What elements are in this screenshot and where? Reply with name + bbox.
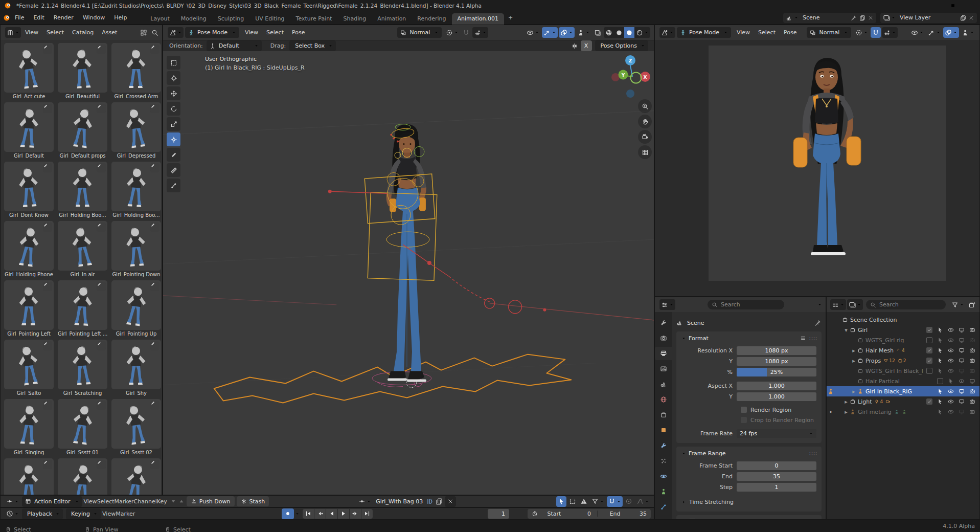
timeline-editor-type-button[interactable] (5, 508, 20, 519)
tab-physics[interactable] (655, 470, 672, 483)
auto-keying-options-icon[interactable] (295, 512, 300, 516)
asset-card[interactable]: Girl_Shy (111, 340, 161, 396)
edit-pose-badge[interactable] (43, 223, 52, 232)
asset-thumbnail[interactable] (4, 458, 54, 495)
new-view-layer-icon[interactable] (960, 15, 966, 21)
minimize-button[interactable] (930, 1, 945, 10)
asset-thumbnail[interactable] (111, 280, 161, 330)
dope-editor-type-button[interactable] (5, 496, 20, 507)
preview-pivot-button[interactable] (854, 27, 870, 38)
asset-menu-view[interactable]: View (21, 28, 42, 37)
toggle-eye[interactable] (945, 398, 956, 405)
topbar-menu-help[interactable]: Help (109, 13, 131, 23)
only-errors-button[interactable] (579, 496, 589, 507)
asset-menu-asset[interactable]: Asset (98, 28, 121, 37)
asset-card[interactable]: Girl_Pointing Left ... (58, 280, 107, 337)
previous-keyframe-button[interactable] (314, 509, 326, 519)
toggle-screen[interactable] (956, 337, 967, 343)
tab-output[interactable] (655, 347, 672, 360)
topbar-menu-edit[interactable]: Edit (29, 13, 49, 23)
toggle-screen[interactable] (956, 347, 967, 353)
toggle-eye[interactable] (945, 409, 956, 415)
asset-card[interactable]: Girl_Pointing Down (111, 221, 161, 277)
view-layer-selector[interactable]: View Layer (880, 13, 977, 23)
asset-card-partial[interactable] (58, 458, 107, 495)
edit-pose-badge[interactable] (97, 104, 106, 113)
tab-particles[interactable] (655, 454, 672, 468)
visibility-button[interactable] (525, 27, 541, 38)
tool-measure-button[interactable] (167, 163, 180, 177)
viewport-editor-type-button[interactable] (168, 27, 184, 38)
field-value[interactable]: 35 (737, 472, 816, 481)
preview-menu-view[interactable]: View (733, 28, 754, 37)
edit-pose-badge[interactable] (150, 223, 159, 232)
toggle-screen[interactable] (956, 358, 967, 364)
collapse-icon[interactable] (681, 336, 686, 341)
asset-thumbnail[interactable] (58, 43, 107, 93)
pose-options-dropdown[interactable]: Pose Options (595, 40, 648, 51)
toggle-pointer[interactable] (935, 388, 945, 394)
outliner-display-mode-button[interactable] (847, 299, 863, 310)
pin-icon[interactable] (814, 319, 822, 326)
asset-card[interactable]: Girl_Depressed (111, 102, 161, 159)
outliner-row[interactable]: Hair Partical (827, 376, 979, 386)
asset-card-partial[interactable] (4, 458, 54, 495)
outliner-item-label[interactable]: Props (865, 358, 881, 364)
dope-menu-view[interactable]: View (84, 498, 97, 505)
viewport-menu-select[interactable]: Select (262, 28, 288, 37)
preview-snap-toggle[interactable] (871, 27, 881, 38)
toggle-pointer[interactable] (945, 378, 956, 384)
toggle-eye[interactable] (945, 327, 956, 333)
tool-cursor-button[interactable] (167, 71, 180, 85)
asset-card[interactable]: Girl_Pointing Up (111, 280, 161, 337)
shading-material-preview-button[interactable] (624, 27, 634, 38)
dope-menu-marker[interactable]: Marker (115, 498, 134, 505)
stereoscopy-checkbox[interactable] (689, 519, 695, 519)
toggle-eye[interactable] (945, 347, 956, 353)
search-icon[interactable] (151, 29, 158, 36)
tab-object-data[interactable] (655, 485, 672, 498)
panel-drag-icon[interactable]: :::: (809, 451, 817, 456)
tab-collection[interactable] (655, 408, 672, 422)
asset-card[interactable]: Girl_Singing (4, 399, 54, 455)
outliner-row[interactable]: •▸Girl metarig (827, 407, 979, 417)
field-value[interactable]: 25% (737, 368, 816, 376)
preview-menu-pose[interactable]: Pose (780, 28, 801, 37)
unlink-action-button[interactable] (445, 496, 456, 507)
collection-checkbox[interactable] (924, 337, 935, 343)
asset-card-partial[interactable] (111, 458, 161, 495)
snap-settings-button[interactable] (472, 27, 488, 38)
presets-icon[interactable] (800, 335, 806, 341)
asset-thumbnail[interactable] (58, 102, 107, 152)
checkbox-row[interactable]: Crop to Render Region (741, 415, 822, 425)
stash-button[interactable]: Stash (237, 496, 269, 506)
viewport-ortho-toggle-button[interactable] (638, 145, 652, 159)
viewport-camera-view-button[interactable] (638, 130, 652, 144)
asset-thumbnail[interactable] (58, 340, 107, 389)
collapse-icon[interactable] (681, 451, 686, 456)
toggle-camera-x[interactable] (967, 337, 977, 343)
preview-editor-type-button[interactable] (659, 27, 675, 38)
visibility-button[interactable] (909, 27, 925, 38)
outliner-item-label[interactable]: WGTS_Girl rig (865, 337, 904, 344)
edit-pose-badge[interactable] (97, 223, 106, 232)
outliner-row[interactable]: WGTS_Girl rig (827, 335, 979, 345)
asset-menu-select[interactable]: Select (42, 28, 68, 37)
field-value[interactable]: 0 (737, 461, 816, 470)
edit-pose-badge[interactable] (97, 163, 106, 172)
outliner-row[interactable]: ▸Props122 (827, 356, 979, 366)
edit-pose-badge[interactable] (43, 45, 52, 54)
viewport-3d-preview[interactable]: Pose Mode ViewSelectPose Normal (654, 25, 980, 297)
tab-tool[interactable] (655, 316, 672, 329)
expander[interactable]: ▸ (842, 409, 850, 415)
action-browse-button[interactable] (357, 496, 373, 507)
asset-editor-type-button[interactable] (5, 27, 21, 38)
topbar-menu-render[interactable]: Render (49, 13, 78, 23)
asset-thumbnail[interactable] (111, 162, 161, 211)
collection-checkbox[interactable] (935, 378, 945, 384)
viewport-menu-view[interactable]: View (241, 28, 262, 37)
field-value[interactable]: 1.000 (737, 392, 816, 401)
dope-menu-key[interactable]: Key (157, 498, 167, 505)
asset-thumbnail[interactable] (4, 280, 54, 330)
preview-menu-select[interactable]: Select (754, 28, 780, 37)
